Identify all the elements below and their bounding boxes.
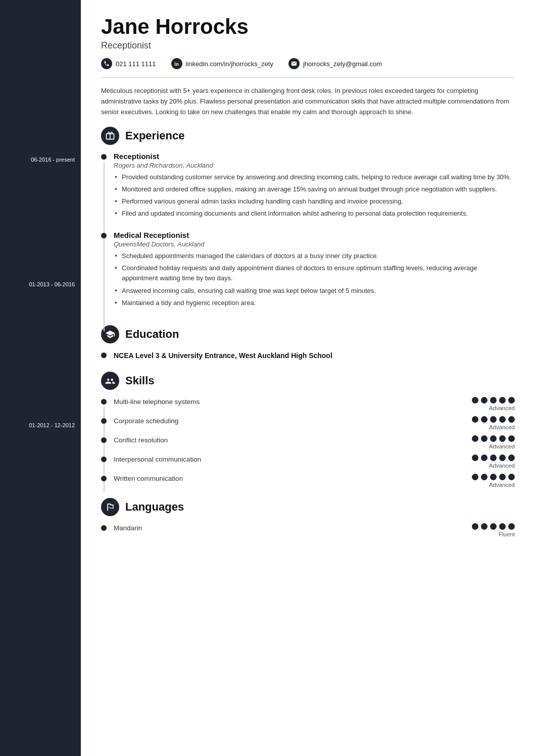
skill-name-3: Interpersonal communication	[114, 455, 201, 463]
education-header: Education	[101, 325, 515, 343]
exp-bullets-1: Provided outstanding customer service by…	[114, 172, 515, 219]
education-title: Education	[125, 328, 179, 341]
edu-dot-1	[101, 352, 107, 358]
exp-bullet-1-3: Performed various general admin tasks in…	[114, 196, 515, 207]
lang-name-0: Mandarin	[114, 523, 142, 532]
contact-phone: 021 111 1111	[101, 58, 156, 69]
exp-bullet-1-2: Monitored and ordered office supplies, m…	[114, 184, 515, 194]
skill-dot-filled-3-0	[472, 455, 478, 461]
experience-icon	[101, 127, 119, 145]
skill-dot-filled-0-3	[499, 397, 506, 404]
skill-rating-2: Advanced	[472, 435, 515, 449]
candidate-job-title: Receptionist	[101, 40, 515, 51]
skill-content-1: Corporate schedulingAdvanced	[114, 416, 515, 430]
skill-name-4: Written communication	[114, 474, 183, 482]
summary-text: Meticulous receptionist with 5+ years ex…	[101, 86, 515, 117]
main-content: Jane Horrocks Receptionist 021 111 1111 …	[81, 0, 535, 756]
edu-body-1: NCEA Level 3 & University Entrance, West…	[114, 350, 515, 360]
skill-dot-filled-2-0	[472, 435, 478, 442]
skill-dots-4	[472, 474, 515, 480]
lang-dot-filled-0-0	[472, 523, 478, 530]
skill-dot-filled-0-4	[508, 397, 515, 404]
linkedin-text: linkedin.com/in/jhorrocks_zety	[186, 60, 273, 68]
skill-dots-0	[472, 397, 515, 404]
date-experience-2: 01-2013 - 06-2016	[29, 281, 75, 287]
date-education-1: 01-2012 - 12-2012	[29, 422, 75, 428]
phone-icon	[101, 58, 112, 69]
lang-rating-0: Fluent	[472, 523, 515, 537]
skill-content-4: Written communicationAdvanced	[114, 474, 515, 488]
skill-item-4: Written communicationAdvanced	[101, 474, 515, 493]
skill-dot-filled-1-2	[490, 416, 497, 423]
skills-icon	[101, 372, 119, 390]
experience-header: Experience	[101, 127, 515, 145]
exp-bullet-2-4: Maintained a tidy and hygienic reception…	[114, 298, 515, 308]
exp-bullet-2-2: Coordinated holiday requests and daily a…	[114, 263, 515, 283]
skill-dot-1	[101, 418, 107, 424]
experience-title: Experience	[125, 129, 184, 142]
skill-dot-filled-0-0	[472, 397, 478, 404]
languages-list: MandarinFluent	[101, 523, 515, 542]
lang-dot-filled-0-1	[481, 523, 488, 530]
exp-job-title-1: Receptionist	[114, 152, 515, 161]
lang-dots-0	[472, 523, 515, 530]
phone-text: 021 111 1111	[116, 60, 156, 68]
skill-level-1: Advanced	[489, 424, 515, 430]
skill-dot-filled-1-4	[508, 416, 515, 423]
skill-dot-filled-1-0	[472, 416, 478, 423]
email-text: jhorrocks_zety@gmail.com	[303, 60, 382, 68]
skill-name-0: Multi-line telephone systems	[114, 397, 200, 406]
skill-dot-filled-3-3	[499, 455, 506, 461]
exp-bullets-2: Scheduled appointments managed the calen…	[114, 251, 515, 308]
education-item-1: NCEA Level 3 & University Entrance, West…	[101, 350, 515, 367]
languages-header: Languages	[101, 498, 515, 516]
languages-title: Languages	[125, 500, 184, 514]
exp-bullet-1-1: Provided outstanding customer service by…	[114, 172, 515, 182]
skill-content-3: Interpersonal communicationAdvanced	[114, 455, 515, 469]
languages-icon	[101, 498, 119, 516]
skill-dot-filled-2-1	[481, 435, 488, 442]
lang-level-0: Fluent	[499, 531, 515, 537]
skill-dot-filled-2-3	[499, 435, 506, 442]
skill-dot-filled-3-2	[490, 455, 497, 461]
skill-dot-4	[101, 476, 107, 481]
skill-level-0: Advanced	[489, 405, 515, 411]
lang-dot-filled-0-3	[499, 523, 506, 530]
lang-dot-filled-0-4	[508, 523, 515, 530]
skill-rating-4: Advanced	[472, 474, 515, 488]
skill-item-0: Multi-line telephone systemsAdvanced	[101, 397, 515, 416]
resume-wrapper: 06-2016 - present 01-2013 - 06-2016 01-2…	[0, 0, 535, 756]
skill-rating-0: Advanced	[472, 397, 515, 411]
skill-dot-0	[101, 399, 107, 405]
education-list: NCEA Level 3 & University Entrance, West…	[101, 350, 515, 367]
exp-body-2: Medical Receptionist QueensMed Doctors, …	[114, 231, 515, 310]
skill-content-0: Multi-line telephone systemsAdvanced	[114, 397, 515, 411]
skill-level-4: Advanced	[489, 482, 515, 488]
lang-item-0: MandarinFluent	[101, 523, 515, 542]
lang-dot-filled-0-2	[490, 523, 497, 530]
skill-dot-filled-3-1	[481, 455, 488, 461]
contact-email: jhorrocks_zety@gmail.com	[288, 58, 382, 69]
experience-item-2: Medical Receptionist QueensMed Doctors, …	[101, 231, 515, 320]
candidate-name: Jane Horrocks	[101, 15, 515, 38]
lang-content-0: MandarinFluent	[114, 523, 515, 537]
exp-bullet-2-1: Scheduled appointments managed the calen…	[114, 251, 515, 261]
skill-dot-filled-0-2	[490, 397, 497, 404]
skill-item-3: Interpersonal communicationAdvanced	[101, 455, 515, 474]
skill-level-2: Advanced	[489, 443, 515, 449]
skill-content-2: Conflict resolutionAdvanced	[114, 435, 515, 449]
sidebar: 06-2016 - present 01-2013 - 06-2016 01-2…	[0, 0, 81, 756]
exp-body-1: Receptionist Rogers and Richardson, Auck…	[114, 152, 515, 221]
skill-dot-filled-4-2	[490, 474, 497, 480]
skill-dots-1	[472, 416, 515, 423]
skill-dot-2	[101, 437, 107, 443]
exp-company-1: Rogers and Richardson, Auckland	[114, 162, 515, 169]
skills-header: Skills	[101, 372, 515, 390]
skills-list: Multi-line telephone systemsAdvancedCorp…	[101, 397, 515, 493]
exp-line-2	[104, 240, 105, 331]
exp-dot-2	[101, 233, 107, 238]
experience-item-1: Receptionist Rogers and Richardson, Auck…	[101, 152, 515, 231]
contact-info: 021 111 1111 in linkedin.com/in/jhorrock…	[101, 58, 515, 69]
exp-dot-1	[101, 154, 107, 160]
skill-dots-2	[472, 435, 515, 442]
